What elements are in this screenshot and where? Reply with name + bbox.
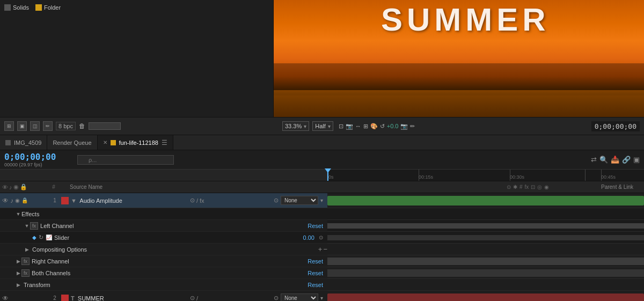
- grid-button[interactable]: ⊞: [4, 121, 14, 131]
- tab-yellow-icon: [111, 140, 116, 145]
- right-channel-disclosure[interactable]: ▶: [15, 258, 21, 265]
- tab-render-queue[interactable]: Render Queue: [47, 135, 97, 150]
- tab-render-queue-label: Render Queue: [53, 140, 91, 146]
- tab-img4509[interactable]: IMG_4509: [0, 135, 47, 150]
- refresh-icon[interactable]: ↺: [380, 123, 385, 130]
- track-row-2[interactable]: [327, 291, 644, 301]
- lock-col-icon: 🔒: [20, 183, 27, 190]
- minus-icon[interactable]: −: [323, 245, 327, 253]
- layer-2-anchor-icon[interactable]: ⊙: [190, 295, 195, 301]
- import-icon[interactable]: 📥: [611, 156, 619, 164]
- tab-fun-life[interactable]: ✕ fun-life-112188 ☰: [98, 135, 173, 150]
- preview-panel: SUMMER: [274, 0, 644, 117]
- control-bar-right: 33.3% ▾ Half ▾ ⊡ 📷 ↔ ⊞ 🎨 ↺ +0.0 📷 ✏ 0;00…: [282, 121, 640, 131]
- track-both-bar: [327, 269, 644, 277]
- track-bar-green: [327, 196, 644, 205]
- view-button[interactable]: ◫: [30, 121, 40, 131]
- layer-2-slash: /: [196, 295, 198, 302]
- slider-keyframe-icon[interactable]: ◆: [32, 234, 36, 240]
- bpc-label[interactable]: 8 bpc: [56, 122, 76, 130]
- tab-close-icon[interactable]: ✕: [103, 140, 107, 145]
- switch-col-4: fx: [525, 184, 529, 190]
- solids-icon: [4, 4, 11, 11]
- left-channel-disclosure[interactable]: ▼: [24, 223, 30, 229]
- color-icon[interactable]: 🎨: [370, 123, 378, 130]
- layer-2-color: [61, 295, 69, 302]
- layer-1-fx[interactable]: fx: [200, 197, 204, 204]
- screen-icon[interactable]: ▣: [633, 156, 640, 164]
- water-reflection: [274, 90, 644, 117]
- layer-1-disclosure[interactable]: ▼: [71, 197, 77, 204]
- transform-row: ▶ Transform Reset: [0, 279, 327, 291]
- percent-dropdown[interactable]: 33.3% ▾: [282, 121, 309, 131]
- track-left-channel: [327, 220, 644, 232]
- project-panel: Solids Folder: [0, 0, 274, 117]
- fit-icon[interactable]: ⊡: [339, 123, 343, 130]
- slider-label: Slider: [54, 234, 303, 241]
- solo-col-icon: ◉: [13, 183, 19, 190]
- slider-value[interactable]: 0.00: [303, 234, 314, 241]
- layer-row-2[interactable]: 👁 2 T SUMMER ⊙ / ⊙ None ▾: [0, 291, 327, 301]
- left-channel-label: Left Channel: [40, 223, 308, 229]
- project-item-solids[interactable]: Solids: [4, 4, 29, 11]
- layer-2-parent-dropdown[interactable]: None: [281, 293, 318, 301]
- link-icon[interactable]: 🔗: [622, 156, 631, 164]
- layer-1-slash: /: [196, 197, 198, 204]
- layer-2-parent-icon: ⊙: [274, 295, 279, 301]
- layer-2-eye-icon[interactable]: 👁: [2, 295, 9, 302]
- transfer-icon[interactable]: ⇄: [591, 156, 597, 164]
- layer-1-name: ▼ Audio Amplitude: [71, 197, 188, 204]
- layer-1-lock-icon[interactable]: 🔒: [21, 197, 28, 203]
- project-item-folder[interactable]: Folder: [35, 4, 61, 11]
- ruler-mark-45: 00:45s: [601, 174, 616, 180]
- switch-col-5: ⊡: [531, 184, 535, 190]
- layer-1-parent: ⊙ None ▾: [274, 196, 327, 205]
- track-transform: [327, 279, 644, 291]
- composition-button[interactable]: ▣: [17, 121, 27, 131]
- effects-label: Effects: [21, 211, 327, 217]
- layer-row-1[interactable]: 👁 ♪ ◉ 🔒 1 ▼ Audio Amplitude ⊙ / fx ⊙ Non…: [0, 193, 327, 208]
- transform-reset[interactable]: Reset: [308, 282, 323, 288]
- add-icon[interactable]: +: [318, 245, 323, 253]
- effects-header-row: ▼ Effects: [0, 208, 327, 220]
- tab-menu-icon[interactable]: ☰: [162, 139, 167, 146]
- search-wrapper: 🔍: [77, 155, 174, 165]
- edit-icon[interactable]: ✏: [410, 123, 415, 130]
- right-channel-row: ▶ fx Right Channel Reset: [0, 255, 327, 267]
- pen-button[interactable]: ✏: [43, 121, 53, 131]
- layer-1-eye-icon[interactable]: 👁: [2, 197, 9, 204]
- right-channel-reset[interactable]: Reset: [308, 258, 323, 265]
- trash-icon[interactable]: 🗑: [79, 122, 85, 130]
- layer-1-audio-icon[interactable]: ♪: [10, 197, 13, 204]
- transform-label: Transform: [24, 282, 308, 288]
- left-channel-reset[interactable]: Reset: [308, 223, 323, 229]
- switch-col-3: #: [519, 184, 523, 190]
- layer-2-switches: ⊙ /: [188, 295, 274, 301]
- camera-icon[interactable]: 📷: [400, 123, 408, 130]
- snapshot-icon[interactable]: 📷: [346, 123, 353, 130]
- both-channels-disclosure[interactable]: ▶: [15, 270, 21, 276]
- comp-options-disclosure[interactable]: ▶: [24, 246, 30, 253]
- percent-value: 33.3%: [285, 123, 302, 129]
- slider-refresh-icon[interactable]: ⊙: [319, 234, 323, 240]
- layer-1-parent-dropdown[interactable]: None: [281, 196, 318, 205]
- effects-disclosure[interactable]: ▼: [15, 211, 21, 217]
- magnify-icon[interactable]: 🔍: [599, 156, 608, 164]
- layer-1-solo-icon[interactable]: ◉: [15, 197, 20, 203]
- flip-icon[interactable]: ↔: [355, 123, 361, 129]
- transform-disclosure[interactable]: ▶: [15, 282, 21, 288]
- current-timecode: 0;00;00;00: [4, 152, 74, 162]
- track-sub-1: [327, 208, 644, 220]
- half-dropdown[interactable]: Half ▾: [312, 121, 333, 131]
- search-input[interactable]: [77, 155, 174, 165]
- layer-1-anchor-icon[interactable]: ⊙: [190, 197, 195, 204]
- control-bar-left: ⊞ ▣ ◫ ✏ 8 bpc 🗑: [4, 121, 278, 131]
- progress-bar: [89, 122, 121, 130]
- view-controls: ⊡ 📷 ↔ ⊞ 🎨 ↺ +0.0 📷 ✏: [339, 123, 415, 130]
- grid2-icon[interactable]: ⊞: [363, 123, 368, 130]
- slider-icon: ↻: [39, 234, 43, 241]
- ruler-right[interactable]: 0s 00:15s 00:30s 00:45s 01:00s: [327, 170, 644, 181]
- both-channels-reset[interactable]: Reset: [308, 270, 323, 276]
- playhead[interactable]: [327, 170, 328, 181]
- track-row-1[interactable]: [327, 193, 644, 208]
